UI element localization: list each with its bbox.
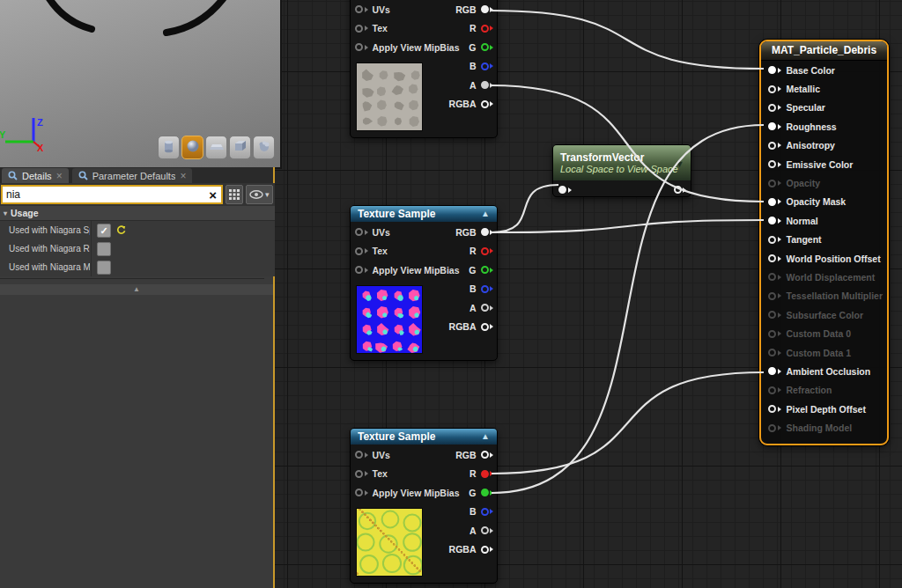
material-pin-metallic[interactable]: Metallic — [761, 79, 887, 98]
collapse-icon[interactable]: ▲ — [481, 429, 490, 445]
material-pin-emissive-color[interactable]: Emissive Color — [761, 155, 887, 173]
preview-mesh-curve — [166, 0, 227, 33]
input-pin-uvs[interactable]: UVs — [355, 223, 460, 242]
axis-gizmo: Z Y X — [0, 117, 44, 153]
tab-details[interactable]: Details × — [2, 168, 69, 183]
expander-icon[interactable]: ▾ — [4, 209, 7, 217]
splitter-handle-icon: ▲ — [133, 286, 140, 293]
input-pin-tex[interactable]: Tex — [355, 242, 460, 261]
collapse-icon[interactable]: ▲ — [481, 206, 490, 222]
material-result-node[interactable]: MAT_Particle_Debris Base ColorMetallicSp… — [759, 40, 889, 445]
reset-to-default-icon[interactable] — [116, 225, 126, 235]
usage-row: Used with Niagara Rib — [0, 239, 275, 258]
details-tab-icon — [8, 171, 18, 180]
output-pin-rgba[interactable]: RGBA — [449, 540, 493, 560]
transform-vector-node[interactable]: TransformVector Local Space to View Spac… — [552, 144, 691, 197]
input-pin-uvs[interactable]: UVs — [355, 445, 460, 465]
input-pin-uvs[interactable]: UVs — [355, 0, 460, 19]
material-pin-pixel-depth-offset[interactable]: Pixel Depth Offset — [761, 400, 887, 418]
details-panel: Details × Parameter Defaults × × — [0, 167, 275, 588]
input-pin-apply-view-mipbias[interactable]: Apply View MipBias — [355, 261, 460, 280]
material-node-title[interactable]: MAT_Particle_Debris — [761, 41, 887, 61]
material-pin-shading-model: Shading Model — [761, 418, 887, 437]
material-pin-roughness[interactable]: Roughness — [761, 117, 887, 136]
texture-sample-node-bottom[interactable]: Texture Sample▲UVsTexApply View MipBiasR… — [350, 428, 498, 584]
transform-node-subtitle: Local Space to View Space — [560, 164, 678, 175]
close-icon[interactable]: × — [180, 172, 186, 180]
texture-thumbnail-gray-rocks — [356, 62, 423, 131]
grid-icon — [229, 189, 240, 200]
transform-input-pin[interactable] — [558, 186, 572, 194]
output-pin-b[interactable]: B — [449, 503, 493, 522]
axis-z-label: Z — [37, 117, 43, 128]
preview-shape-toolbar — [158, 136, 275, 159]
plane-icon — [209, 140, 225, 156]
preview-shape-cube-button[interactable] — [229, 136, 251, 159]
usage-checkbox[interactable] — [97, 242, 111, 256]
close-icon[interactable]: × — [56, 172, 63, 180]
usage-checkbox[interactable] — [97, 261, 111, 275]
output-pin-rgb[interactable]: RGB — [449, 0, 493, 19]
usage-checkbox[interactable]: ✓ — [97, 224, 111, 238]
texture-sample-node-top[interactable]: Texture Sample▲UVsTexApply View MipBiasR… — [350, 0, 498, 138]
output-pin-rgba[interactable]: RGBA — [449, 95, 493, 114]
material-pin-opacity-mask[interactable]: Opacity Mask — [761, 193, 887, 211]
output-pin-rgb[interactable]: RGB — [449, 445, 493, 465]
texture-sample-node-middle[interactable]: Texture Sample▲UVsTexApply View MipBiasR… — [350, 205, 498, 361]
view-options-button[interactable]: ▾ — [246, 185, 273, 204]
search-box[interactable]: × — [1, 185, 223, 204]
material-pin-opacity: Opacity — [761, 173, 887, 192]
texture-node-header[interactable]: Texture Sample▲ — [351, 429, 497, 445]
mesh-icon — [257, 139, 271, 157]
output-pin-b[interactable]: B — [449, 280, 493, 299]
panel-splitter[interactable]: ▲ — [0, 284, 273, 295]
output-pin-a[interactable]: A — [449, 521, 493, 540]
output-pin-g[interactable]: G — [449, 38, 493, 57]
eye-icon — [249, 190, 263, 199]
output-pin-b[interactable]: B — [449, 57, 493, 77]
material-pin-ambient-occlusion[interactable]: Ambient Occlusion — [761, 362, 887, 380]
output-pin-g[interactable]: G — [449, 261, 493, 280]
material-pin-anisotropy[interactable]: Anisotropy — [761, 136, 887, 155]
section-divider — [0, 278, 264, 279]
texture-node-header[interactable]: Texture Sample▲ — [351, 206, 497, 222]
usage-section-title: Usage — [11, 208, 39, 218]
material-pin-tangent[interactable]: Tangent — [761, 231, 887, 249]
tab-details-label: Details — [22, 171, 52, 181]
preview-shape-mesh-button[interactable] — [253, 136, 275, 159]
material-pin-base-color[interactable]: Base Color — [761, 61, 887, 79]
output-pin-r[interactable]: R — [449, 19, 493, 39]
material-pin-specular[interactable]: Specular — [761, 99, 887, 117]
preview-shape-plane-button[interactable] — [205, 136, 227, 159]
output-pin-rgb[interactable]: RGB — [449, 223, 493, 242]
output-pin-rgba[interactable]: RGBA — [449, 318, 493, 337]
input-pin-apply-view-mipbias[interactable]: Apply View MipBias — [355, 38, 460, 57]
material-pin-custom-data-1: Custom Data 1 — [761, 343, 887, 362]
preview-shape-cylinder-button[interactable] — [158, 136, 180, 159]
preview-mesh-curve — [46, 0, 92, 29]
output-pin-a[interactable]: A — [449, 76, 493, 95]
input-pin-tex[interactable]: Tex — [355, 19, 460, 39]
transform-node-header[interactable]: TransformVector Local Space to View Spac… — [553, 145, 691, 180]
clear-search-icon[interactable]: × — [204, 188, 221, 202]
input-pin-tex[interactable]: Tex — [355, 465, 460, 484]
material-pin-world-displacement: World Displacement — [761, 268, 887, 286]
output-pin-r[interactable]: R — [449, 242, 493, 261]
material-pin-world-position-offset[interactable]: World Position Offset — [761, 249, 887, 268]
tab-parameter-defaults[interactable]: Parameter Defaults × — [72, 168, 193, 183]
material-preview-viewport[interactable]: Z Y X — [0, 0, 282, 169]
parameter-defaults-tab-icon — [78, 171, 88, 180]
chevron-down-icon[interactable]: ▼ — [675, 156, 684, 172]
material-pin-normal[interactable]: Normal — [761, 211, 887, 230]
output-pin-g[interactable]: G — [449, 483, 493, 503]
output-pin-r[interactable]: R — [449, 465, 493, 484]
property-matrix-button[interactable] — [226, 185, 243, 204]
input-pin-apply-view-mipbias[interactable]: Apply View MipBias — [355, 483, 460, 503]
preview-shape-sphere-button[interactable] — [181, 136, 203, 159]
usage-row-label: Used with Niagara Spr — [0, 225, 90, 235]
search-input[interactable] — [3, 188, 204, 201]
output-pin-a[interactable]: A — [449, 298, 493, 318]
usage-section-header[interactable]: ▾ Usage — [0, 206, 275, 221]
usage-row-label: Used with Niagara Me — [0, 262, 90, 272]
transform-output-pin[interactable] — [674, 186, 687, 194]
